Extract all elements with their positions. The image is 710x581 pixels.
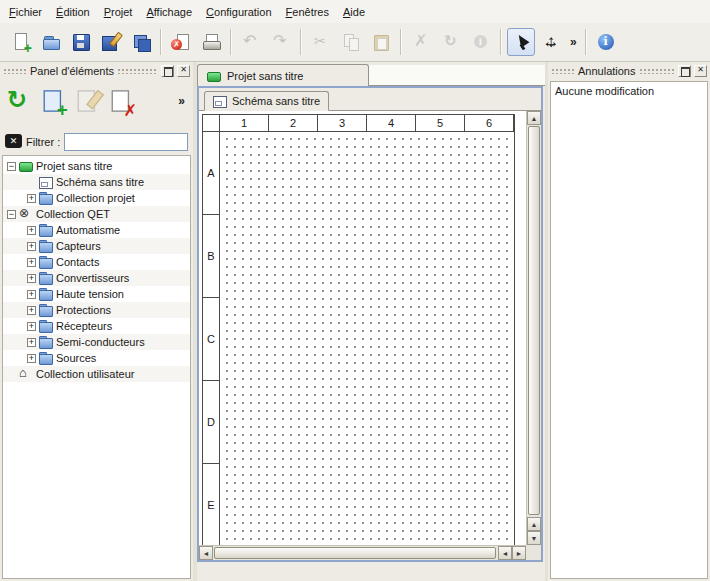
folder-icon (39, 288, 53, 300)
scroll-left-button[interactable] (199, 546, 213, 560)
save-button[interactable] (67, 28, 95, 56)
about-button[interactable] (592, 28, 620, 56)
save-icon (71, 32, 91, 52)
redo-button[interactable] (267, 28, 295, 56)
new-document-button[interactable] (7, 28, 35, 56)
tree-item-label: Collection QET (36, 208, 110, 220)
new-element-button[interactable] (38, 86, 68, 116)
expander-minus-icon[interactable]: − (7, 162, 16, 171)
edit-info-button[interactable] (467, 28, 495, 56)
scroll-down-button[interactable] (527, 531, 541, 545)
delete-selection-button[interactable] (407, 28, 435, 56)
project-tab[interactable]: Projet sans titre (197, 64, 369, 86)
expander-minus-icon[interactable]: − (7, 210, 16, 219)
tree-item-label: Convertisseurs (56, 272, 129, 284)
delete-element-button[interactable] (106, 86, 136, 116)
expander-plus-icon[interactable]: + (27, 306, 36, 315)
project-tab-bar: Projet sans titre (197, 62, 545, 86)
tree-item-schema-sans-titre[interactable]: Schéma sans titre (3, 174, 190, 190)
home-icon (19, 368, 33, 380)
tree-item-sources[interactable]: +Sources (3, 350, 190, 366)
panel-toolbar-overflow-button[interactable]: » (174, 94, 189, 108)
schema-canvas[interactable]: 123456 ABCDE (199, 111, 541, 560)
tree-item-convertisseurs[interactable]: +Convertisseurs (3, 270, 190, 286)
grid-area[interactable] (220, 132, 514, 547)
elements-panel-titlebar[interactable]: Panel d'éléments (0, 62, 193, 79)
tree-item-capteurs[interactable]: +Capteurs (3, 238, 190, 254)
close-panel-button[interactable] (177, 65, 190, 77)
scroll-left-button[interactable] (498, 546, 512, 560)
tree-item-contacts[interactable]: +Contacts (3, 254, 190, 270)
copy-button[interactable] (337, 28, 365, 56)
horizontal-scrollbar[interactable] (199, 545, 526, 560)
expander-plus-icon[interactable]: + (27, 290, 36, 299)
float-panel-button[interactable] (161, 65, 174, 77)
tree-item-automatisme[interactable]: +Automatisme (3, 222, 190, 238)
reload-collections-button[interactable] (4, 86, 34, 116)
filter-input[interactable] (64, 133, 188, 151)
clear-filter-button[interactable] (5, 134, 22, 150)
expander-plus-icon[interactable]: + (27, 322, 36, 331)
menu-fichier[interactable]: Fichier (2, 2, 49, 22)
paste-button[interactable] (367, 28, 395, 56)
close-document-button[interactable] (167, 28, 195, 56)
tree-item-recepteurs[interactable]: +Récepteurs (3, 318, 190, 334)
save-as-button[interactable] (97, 28, 125, 56)
undo-history-list[interactable]: Aucune modification (550, 81, 708, 579)
expander-plus-icon[interactable]: + (27, 194, 36, 203)
copy-icon (341, 32, 361, 52)
scroll-right-button[interactable] (512, 546, 526, 560)
rotate-selection-button[interactable] (437, 28, 465, 56)
print-icon (201, 32, 221, 52)
pan-tool-button[interactable] (537, 28, 565, 56)
doc-new-icon (11, 32, 31, 52)
menu-edition[interactable]: Édition (49, 2, 97, 22)
tree-item-collection-projet[interactable]: +Collection projet (3, 190, 190, 206)
select-tool-button[interactable] (507, 28, 535, 56)
expander-plus-icon[interactable]: + (27, 338, 36, 347)
open-document-button[interactable] (37, 28, 65, 56)
expander-plus-icon[interactable]: + (27, 242, 36, 251)
tree-item-projet-sans-titre[interactable]: −Projet sans titre (3, 158, 190, 174)
tree-item-haute-tension[interactable]: +Haute tension (3, 286, 190, 302)
expander-plus-icon[interactable]: + (27, 274, 36, 283)
save-all-button[interactable] (127, 28, 155, 56)
tree-item-semi-conducteurs[interactable]: +Semi-conducteurs (3, 334, 190, 350)
vertical-scroll-thumb[interactable] (528, 126, 540, 515)
folder-icon (39, 272, 53, 284)
undo-panel-titlebar[interactable]: Annulations (548, 62, 710, 79)
row-label: C (203, 298, 220, 381)
project-tab-label: Projet sans titre (227, 70, 303, 82)
toolbar-overflow-button[interactable]: » (566, 35, 581, 49)
close-panel-button[interactable] (694, 65, 707, 77)
menu-projet[interactable]: Projet (97, 2, 140, 22)
undo-button[interactable] (237, 28, 265, 56)
horizontal-scroll-thumb[interactable] (214, 547, 496, 559)
tree-item-collection-utilisateur[interactable]: Collection utilisateur (3, 366, 190, 382)
schema-tab[interactable]: Schéma sans titre (204, 91, 329, 111)
expander-plus-icon[interactable]: + (27, 258, 36, 267)
cut-button[interactable] (307, 28, 335, 56)
column-ruler: 123456 (220, 115, 514, 132)
print-button[interactable] (197, 28, 225, 56)
vertical-scrollbar[interactable] (526, 111, 541, 545)
column-label: 1 (220, 115, 269, 132)
tree-item-collection-qet[interactable]: −Collection QET (3, 206, 190, 222)
menu-configuration[interactable]: Configuration (199, 2, 278, 22)
toolbar-separator (500, 29, 502, 55)
dock-handle (117, 67, 158, 74)
edit-element-button[interactable] (72, 86, 102, 116)
menu-fenetres[interactable]: Fenêtres (279, 2, 336, 22)
menu-aide[interactable]: Aide (336, 2, 372, 22)
expander-plus-icon[interactable]: + (27, 226, 36, 235)
tree-item-protections[interactable]: +Protections (3, 302, 190, 318)
expander-plus-icon[interactable]: + (27, 354, 36, 363)
folder-icon (39, 224, 53, 236)
float-icon (680, 67, 689, 75)
scroll-up-button[interactable] (527, 517, 541, 531)
scroll-up-button[interactable] (527, 111, 541, 125)
float-panel-button[interactable] (678, 65, 691, 77)
menu-affichage[interactable]: Affichage (139, 2, 199, 22)
schema-icon (39, 176, 53, 188)
folder-icon (39, 256, 53, 268)
